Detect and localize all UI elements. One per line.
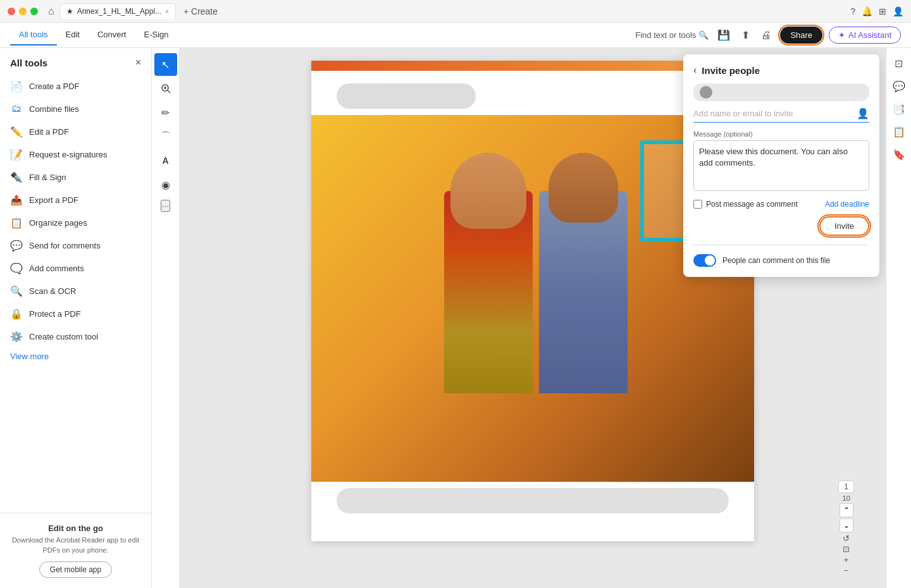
invite-title: Invite people bbox=[702, 65, 760, 76]
share-button[interactable]: Share bbox=[780, 27, 822, 44]
right-panel-btn-5[interactable]: 🔖 bbox=[889, 144, 909, 164]
zoom-tool-button[interactable] bbox=[154, 77, 177, 100]
search-icon: 🔍 bbox=[698, 30, 709, 40]
invite-panel: ‹ Invite people 👤 Message (optional) Ple… bbox=[683, 54, 879, 277]
comment-toggle-row: People can comment on this file bbox=[693, 245, 869, 267]
comment-toggle[interactable] bbox=[693, 254, 716, 267]
sidebar-item-request-esignatures[interactable]: 📝 Request e-signatures bbox=[0, 143, 151, 166]
sidebar-item-label: Organize pages bbox=[29, 218, 87, 228]
main-layout: All tools × 📄 Create a PDF 🗂 Combine fil… bbox=[0, 48, 911, 588]
sidebar-header: All tools × bbox=[0, 48, 151, 75]
invite-header: ‹ Invite people bbox=[693, 64, 869, 76]
nav-edit[interactable]: Edit bbox=[57, 25, 89, 46]
sidebar-item-protect-pdf[interactable]: 🔒 Protect a PDF bbox=[0, 302, 151, 325]
document-area: ‹ Invite people 👤 Message (optional) Ple… bbox=[180, 48, 886, 588]
help-icon[interactable]: ? bbox=[850, 6, 855, 16]
lasso-tool-button[interactable]: ⌒ bbox=[154, 125, 177, 148]
sidebar-item-send-for-comments[interactable]: 💬 Send for comments bbox=[0, 234, 151, 257]
right-panel-btn-4[interactable]: 📋 bbox=[889, 121, 909, 142]
sidebar-item-label: Protect a PDF bbox=[29, 309, 81, 319]
invite-button[interactable]: Invite bbox=[819, 216, 869, 236]
page-navigation: 1 10 ⌃ ⌄ ↺ ⊡ + − bbox=[838, 481, 854, 575]
bell-icon[interactable]: 🔔 bbox=[862, 6, 872, 16]
tab-area: ★ Annex_1_HL_ML_Appl... × + Create bbox=[59, 3, 846, 19]
invite-input-row: 👤 bbox=[693, 107, 869, 123]
view-more-link[interactable]: View more bbox=[0, 348, 151, 367]
maximize-window-button[interactable] bbox=[30, 8, 38, 15]
zoom-out-icon[interactable]: − bbox=[844, 566, 849, 575]
sidebar-item-fill-sign[interactable]: ✒️ Fill & Sign bbox=[0, 166, 151, 188]
organize-pages-icon: 📋 bbox=[10, 216, 23, 229]
pencil-tool-button[interactable]: ✏ bbox=[154, 101, 177, 124]
find-tools-label: Find text or tools bbox=[635, 30, 696, 40]
page-down-button[interactable]: ⌄ bbox=[840, 518, 853, 532]
upload-button[interactable]: ⬆ bbox=[739, 27, 752, 44]
page-up-button[interactable]: ⌃ bbox=[840, 503, 853, 517]
new-tab-button[interactable]: + Create bbox=[178, 4, 223, 19]
right-panel-btn-1[interactable]: ⊡ bbox=[889, 53, 909, 73]
account-icon[interactable]: 👤 bbox=[893, 6, 903, 16]
grid-icon[interactable]: ⊞ bbox=[879, 6, 886, 16]
sidebar-item-create-pdf[interactable]: 📄 Create a PDF bbox=[0, 75, 151, 97]
sidebar-item-edit-pdf[interactable]: ✏️ Edit a PDF bbox=[0, 120, 151, 143]
page-total: 10 bbox=[843, 494, 850, 502]
sidebar-item-label: Export a PDF bbox=[29, 195, 78, 205]
edit-pdf-icon: ✏️ bbox=[10, 125, 23, 138]
cursor-tool-button[interactable]: ↖ bbox=[154, 53, 177, 76]
ai-assistant-button[interactable]: ✦ AI Assistant bbox=[829, 27, 901, 44]
current-page-badge: 1 bbox=[838, 481, 854, 493]
post-message-label: Post message as comment bbox=[706, 200, 798, 209]
right-sidebar: ⊡ 💬 📑 📋 🔖 bbox=[886, 48, 911, 588]
fill-sign-icon: ✒️ bbox=[10, 171, 23, 183]
invite-actions: Invite bbox=[693, 216, 869, 236]
sidebar-footer: Edit on the go Download the Acrobat Read… bbox=[0, 513, 151, 588]
sidebar-item-combine-files[interactable]: 🗂 Combine files bbox=[0, 97, 151, 120]
toolbar: All tools Edit Convert E-Sign Find text … bbox=[0, 23, 911, 48]
invite-back-button[interactable]: ‹ bbox=[693, 64, 697, 76]
print-button[interactable]: 🖨 bbox=[759, 27, 774, 44]
close-window-button[interactable] bbox=[8, 8, 15, 15]
tab-close-icon[interactable]: × bbox=[165, 8, 169, 15]
nav-convert[interactable]: Convert bbox=[89, 25, 135, 46]
text-tool-button[interactable]: A bbox=[154, 149, 177, 172]
combine-files-icon: 🗂 bbox=[10, 102, 23, 115]
svg-line-1 bbox=[168, 90, 170, 93]
stamp-tool-button[interactable]: ◉ bbox=[154, 173, 177, 196]
get-mobile-app-button[interactable]: Get mobile app bbox=[39, 561, 112, 578]
nav-all-tools[interactable]: All tools bbox=[10, 25, 57, 46]
window-controls bbox=[8, 8, 38, 15]
sidebar-close-button[interactable]: × bbox=[135, 57, 141, 68]
sidebar-item-add-comments[interactable]: 🗨️ Add comments bbox=[0, 257, 151, 279]
sidebar-item-create-custom-tool[interactable]: ⚙️ Create custom tool bbox=[0, 325, 151, 348]
send-comments-icon: 💬 bbox=[10, 239, 23, 252]
sidebar-item-organize-pages[interactable]: 📋 Organize pages bbox=[0, 211, 151, 234]
toolbar-right: Find text or tools 🔍 💾 ⬆ 🖨 Share ✦ AI As… bbox=[635, 27, 901, 44]
fit-page-icon[interactable]: ⊡ bbox=[843, 544, 850, 554]
right-panel-btn-3[interactable]: 📑 bbox=[889, 99, 909, 119]
export-pdf-icon: 📤 bbox=[10, 193, 23, 206]
custom-tool-icon: ⚙️ bbox=[10, 330, 23, 343]
save-button[interactable]: 💾 bbox=[715, 27, 733, 44]
tab-label: Annex_1_HL_ML_Appl... bbox=[77, 7, 161, 16]
refresh-icon[interactable]: ↺ bbox=[843, 534, 850, 543]
sidebar-item-label: Combine files bbox=[29, 104, 79, 114]
more-tools-button[interactable]: ··· bbox=[161, 200, 170, 212]
find-tools[interactable]: Find text or tools 🔍 bbox=[635, 30, 709, 40]
add-deadline-button[interactable]: Add deadline bbox=[825, 200, 869, 209]
zoom-in-icon[interactable]: + bbox=[844, 555, 849, 565]
post-message-checkbox[interactable] bbox=[693, 200, 702, 209]
sidebar-title: All tools bbox=[10, 58, 47, 68]
nav-esign[interactable]: E-Sign bbox=[135, 25, 177, 46]
toolbar-nav: All tools Edit Convert E-Sign bbox=[10, 25, 178, 46]
home-icon[interactable]: ⌂ bbox=[48, 6, 54, 17]
sidebar-item-export-pdf[interactable]: 📤 Export a PDF bbox=[0, 188, 151, 211]
add-comments-icon: 🗨️ bbox=[10, 262, 23, 274]
right-panel-btn-2[interactable]: 💬 bbox=[889, 76, 909, 96]
invite-email-input[interactable] bbox=[693, 109, 853, 118]
sidebar-item-scan-ocr[interactable]: 🔍 Scan & OCR bbox=[0, 279, 151, 302]
message-textarea[interactable]: Please view this document. You can also … bbox=[693, 140, 869, 191]
active-tab[interactable]: ★ Annex_1_HL_ML_Appl... × bbox=[59, 3, 176, 19]
scan-ocr-icon: 🔍 bbox=[10, 285, 23, 297]
recipient-avatar bbox=[700, 86, 712, 99]
minimize-window-button[interactable] bbox=[19, 8, 27, 15]
